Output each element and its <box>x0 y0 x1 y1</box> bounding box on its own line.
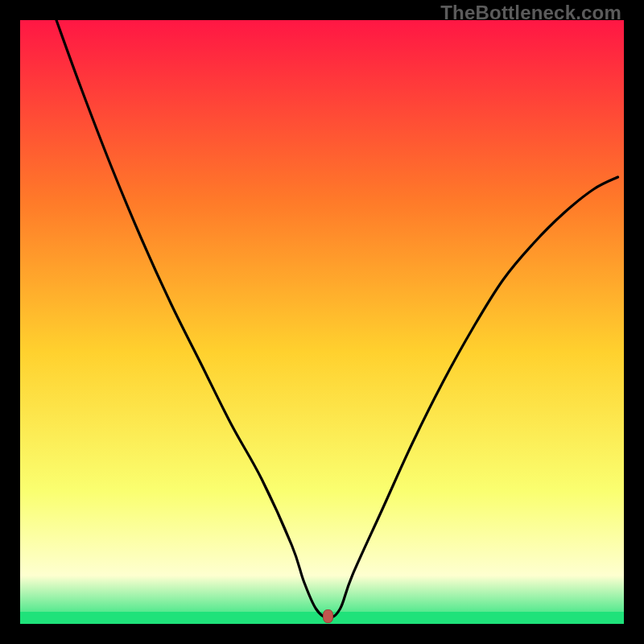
plot-area <box>20 20 624 624</box>
gradient-background <box>20 20 624 624</box>
optimum-marker <box>324 610 333 623</box>
chart-frame: TheBottleneck.com <box>0 0 644 644</box>
baseline-band <box>20 612 624 624</box>
bottleneck-chart <box>20 20 624 624</box>
